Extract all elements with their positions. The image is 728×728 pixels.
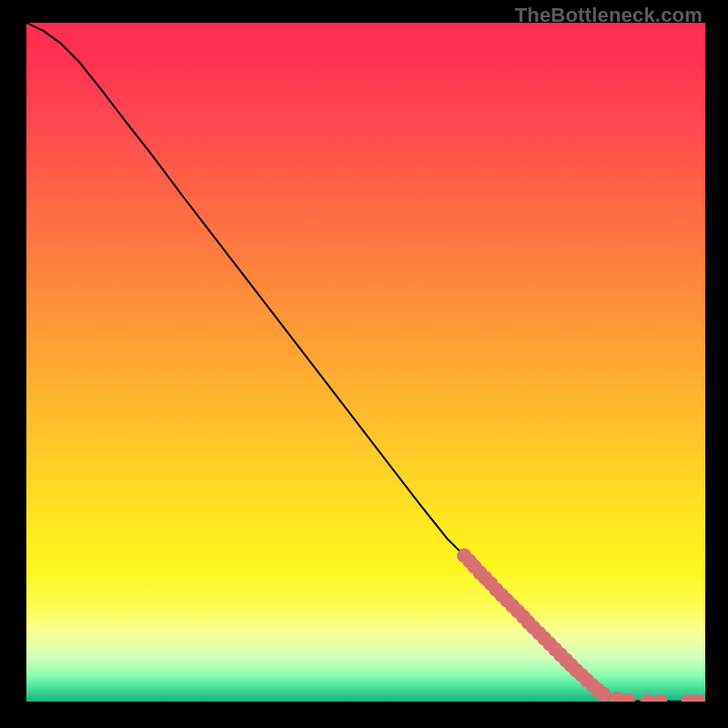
chart-plot-area — [26, 23, 705, 702]
chart-stage: TheBottleneck.com — [0, 0, 728, 728]
data-point — [596, 687, 611, 702]
